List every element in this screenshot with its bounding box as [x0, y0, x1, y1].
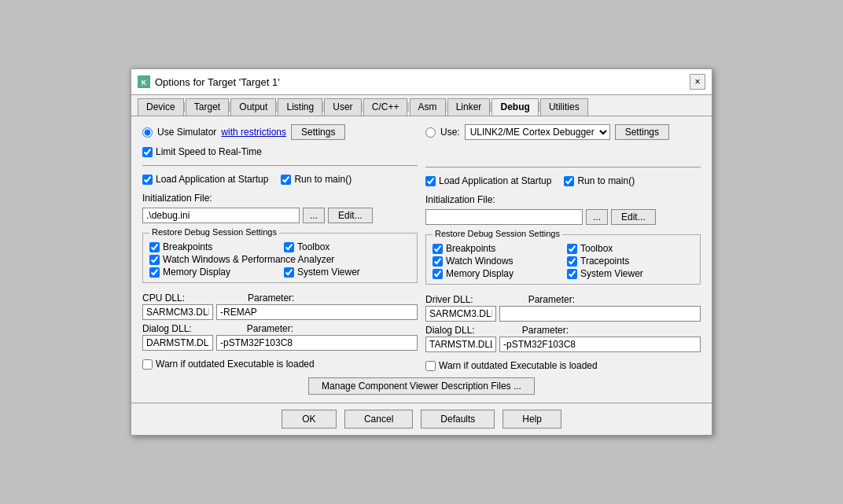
- left-sysviewer-row: System Viewer: [284, 267, 410, 278]
- tab-asm[interactable]: Asm: [410, 98, 446, 116]
- cancel-button[interactable]: Cancel: [344, 410, 413, 429]
- right-toolbox-checkbox[interactable]: [567, 244, 577, 254]
- left-memory-checkbox[interactable]: [149, 267, 160, 278]
- right-memory-row: Memory Display: [433, 268, 559, 279]
- right-browse-button[interactable]: ...: [586, 209, 608, 225]
- left-sysviewer-label: System Viewer: [297, 267, 360, 278]
- right-watch-row: Watch Windows: [433, 256, 559, 267]
- right-warn-checkbox[interactable]: [425, 361, 436, 371]
- with-restrictions-link[interactable]: with restrictions: [221, 127, 286, 138]
- right-debugger-select[interactable]: ULINK2/ME Cortex Debugger: [465, 124, 610, 140]
- limit-speed-label: Limit Speed to Real-Time: [156, 146, 262, 157]
- left-cpu-dll-label: CPU DLL:: [142, 292, 185, 304]
- right-settings-button[interactable]: Settings: [615, 124, 669, 140]
- left-restore-inner: Breakpoints Toolbox Watch Windows & Perf…: [149, 241, 410, 278]
- ok-button[interactable]: OK: [282, 410, 337, 429]
- right-tracepoints-checkbox[interactable]: [567, 256, 577, 267]
- right-load-run-row: Load Application at Startup Run to main(…: [425, 175, 701, 186]
- right-tracepoints-label: Tracepoints: [580, 256, 629, 267]
- right-restore-group-title: Restore Debug Session Settings: [433, 229, 562, 238]
- tab-output[interactable]: Output: [230, 98, 276, 116]
- left-warn-checkbox[interactable]: [142, 359, 153, 370]
- right-memory-checkbox[interactable]: [433, 269, 443, 279]
- dialog-footer: OK Cancel Defaults Help: [131, 403, 712, 435]
- tab-bar: Device | Target | Output | Listing | Use…: [131, 95, 712, 116]
- right-dialog-dll-input[interactable]: [425, 337, 496, 352]
- right-warn-label: Warn if outdated Executable is loaded: [439, 360, 598, 371]
- tab-utilities[interactable]: Utilities: [540, 98, 588, 116]
- right-breakpoints-checkbox[interactable]: [433, 244, 443, 254]
- right-dialog-dll-row: [425, 337, 701, 352]
- left-dialog-dll-label: Dialog DLL:: [142, 323, 192, 334]
- left-cpu-dll-row: [142, 304, 418, 320]
- right-sysviewer-checkbox[interactable]: [567, 269, 577, 279]
- left-run-main-checkbox[interactable]: [281, 175, 291, 185]
- svg-text:K: K: [142, 79, 147, 86]
- right-dialog-dll-label: Dialog DLL:: [425, 325, 475, 336]
- tab-debug[interactable]: Debug: [491, 98, 538, 116]
- right-driver-dll-row: [425, 306, 701, 322]
- left-init-file-row: ... Edit...: [142, 208, 418, 223]
- help-button[interactable]: Help: [502, 410, 561, 429]
- use-simulator-radio[interactable]: [142, 127, 153, 138]
- left-restore-group: Restore Debug Session Settings Breakpoin…: [142, 233, 418, 283]
- right-watch-checkbox[interactable]: [433, 256, 443, 267]
- left-init-file-input[interactable]: [142, 208, 300, 223]
- left-breakpoints-row: Breakpoints: [149, 241, 276, 252]
- left-cpu-dll-input[interactable]: [142, 304, 213, 320]
- right-driver-param-input[interactable]: [499, 306, 701, 322]
- left-settings-button[interactable]: Settings: [291, 124, 345, 140]
- left-column: Use Simulator with restrictions Settings…: [142, 124, 418, 371]
- right-edit-button[interactable]: Edit...: [611, 209, 656, 225]
- right-warn-row: Warn if outdated Executable is loaded: [425, 360, 701, 371]
- left-dialog-param-input[interactable]: [216, 335, 418, 351]
- defaults-button[interactable]: Defaults: [421, 410, 495, 429]
- right-dialog-param-label: Parameter:: [522, 325, 569, 336]
- right-init-file-input[interactable]: [425, 209, 583, 225]
- use-simulator-label: Use Simulator: [157, 127, 216, 138]
- dialog-icon: K: [138, 75, 150, 88]
- right-column: Use: ULINK2/ME Cortex Debugger Settings …: [425, 124, 701, 371]
- left-dialog-dll-input[interactable]: [142, 335, 213, 351]
- tab-cpp[interactable]: C/C++: [363, 98, 408, 116]
- close-button[interactable]: ×: [690, 74, 705, 90]
- right-load-app-checkbox[interactable]: [425, 176, 436, 186]
- left-sysviewer-checkbox[interactable]: [284, 267, 294, 278]
- left-toolbox-label: Toolbox: [297, 241, 329, 252]
- left-dll-section: CPU DLL: Parameter: Dialog DLL: Paramete…: [142, 292, 418, 351]
- left-watch-row: Watch Windows & Performance Analyzer: [149, 254, 410, 265]
- left-toolbox-checkbox[interactable]: [284, 242, 294, 252]
- use-debugger-radio[interactable]: [425, 127, 436, 138]
- tab-linker[interactable]: Linker: [447, 98, 491, 116]
- right-run-main-label: Run to main(): [577, 175, 635, 186]
- left-memory-label: Memory Display: [163, 267, 230, 278]
- tab-device[interactable]: Device: [138, 98, 184, 116]
- options-dialog: K Options for Target 'Target 1' × Device…: [131, 68, 712, 436]
- right-run-main-checkbox[interactable]: [564, 176, 574, 186]
- left-load-app-checkbox[interactable]: [142, 175, 153, 185]
- left-browse-button[interactable]: ...: [303, 208, 325, 223]
- right-restore-inner: Breakpoints Toolbox Watch Windows T: [433, 243, 694, 279]
- left-edit-button[interactable]: Edit...: [328, 208, 373, 223]
- right-driver-dll-input[interactable]: [425, 306, 496, 322]
- left-run-main-row: Run to main(): [281, 174, 352, 185]
- tab-user[interactable]: User: [324, 98, 361, 116]
- right-tracepoints-row: Tracepoints: [567, 256, 694, 267]
- left-cpu-param-input[interactable]: [216, 304, 418, 320]
- simulator-radio-group: Use Simulator with restrictions Settings: [142, 124, 418, 140]
- right-dialog-param-input[interactable]: [499, 337, 701, 352]
- right-load-app-label: Load Application at Startup: [439, 175, 551, 186]
- tab-target[interactable]: Target: [186, 98, 229, 116]
- left-dialog-param-label: Parameter:: [247, 323, 293, 334]
- manage-component-button[interactable]: Manage Component Viewer Description File…: [308, 377, 535, 395]
- left-load-app-row: Load Application at Startup: [142, 174, 268, 185]
- left-breakpoints-checkbox[interactable]: [149, 242, 160, 252]
- left-watch-checkbox[interactable]: [149, 255, 160, 265]
- limit-speed-checkbox[interactable]: [142, 147, 153, 157]
- left-init-file-label: Initialization File:: [142, 193, 418, 204]
- left-watch-label: Watch Windows & Performance Analyzer: [163, 254, 334, 265]
- right-use-label: Use:: [440, 127, 460, 138]
- tab-listing[interactable]: Listing: [278, 98, 322, 116]
- left-load-run-row: Load Application at Startup Run to main(…: [142, 174, 418, 185]
- right-toolbox-row: Toolbox: [567, 243, 694, 254]
